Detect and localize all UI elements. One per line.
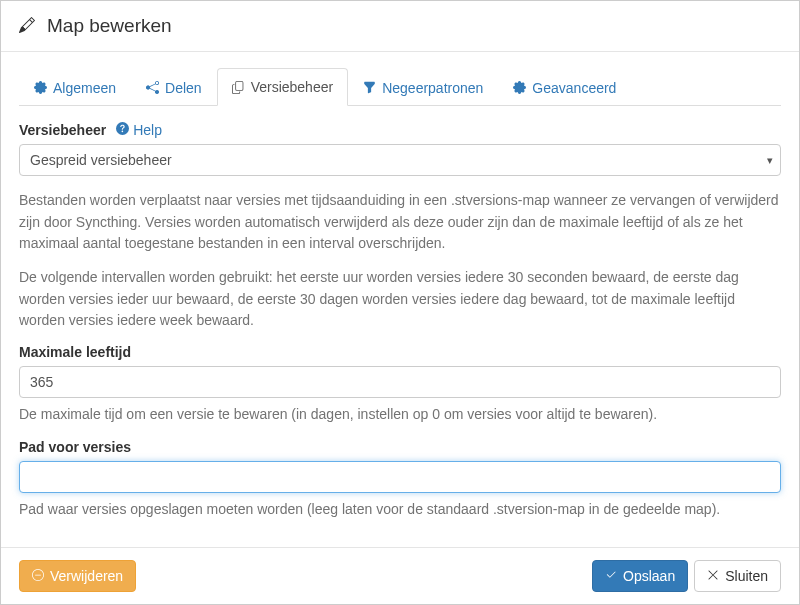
close-button[interactable]: Sluiten bbox=[694, 560, 781, 592]
tab-versioning[interactable]: Versiebeheer bbox=[217, 68, 349, 106]
help-label: Help bbox=[133, 122, 162, 138]
cogs-icon bbox=[513, 81, 526, 94]
share-icon bbox=[146, 81, 159, 94]
tab-label: Delen bbox=[165, 80, 202, 96]
tab-label: Geavanceerd bbox=[532, 80, 616, 96]
modal-header: Map bewerken bbox=[1, 1, 799, 52]
versioning-label: Versiebeheer bbox=[19, 122, 106, 138]
versioning-description-2: De volgende intervallen worden gebruikt:… bbox=[19, 267, 781, 332]
max-age-help: De maximale tijd om een versie te beware… bbox=[19, 404, 781, 425]
tab-general[interactable]: Algemeen bbox=[19, 68, 131, 106]
tab-advanced[interactable]: Geavanceerd bbox=[498, 68, 631, 106]
versions-path-label: Pad voor versies bbox=[19, 439, 781, 455]
tab-ignore[interactable]: Negeerpatronen bbox=[348, 68, 498, 106]
close-icon bbox=[707, 568, 719, 584]
button-label: Verwijderen bbox=[50, 568, 123, 584]
max-age-input[interactable] bbox=[19, 366, 781, 398]
versioning-description-1: Bestanden worden verplaatst naar versies… bbox=[19, 190, 781, 255]
modal-title: Map bewerken bbox=[47, 15, 172, 37]
copy-icon bbox=[232, 81, 245, 94]
versions-path-input[interactable] bbox=[19, 461, 781, 493]
modal-footer: Verwijderen Opslaan Sluiten bbox=[1, 547, 799, 604]
delete-button[interactable]: Verwijderen bbox=[19, 560, 136, 592]
filter-icon bbox=[363, 81, 376, 94]
minus-circle-icon bbox=[32, 568, 44, 584]
button-label: Opslaan bbox=[623, 568, 675, 584]
tab-label: Algemeen bbox=[53, 80, 116, 96]
save-button[interactable]: Opslaan bbox=[592, 560, 688, 592]
button-label: Sluiten bbox=[725, 568, 768, 584]
versions-path-help: Pad waar versies opgeslagen moeten worde… bbox=[19, 499, 781, 520]
tab-sharing[interactable]: Delen bbox=[131, 68, 217, 106]
tabs: Algemeen Delen Versiebeheer Negeerpatron… bbox=[19, 68, 781, 106]
tab-label: Negeerpatronen bbox=[382, 80, 483, 96]
tab-label: Versiebeheer bbox=[251, 79, 334, 95]
pencil-icon bbox=[19, 17, 35, 36]
gear-icon bbox=[34, 81, 47, 94]
check-icon bbox=[605, 568, 617, 584]
versioning-select[interactable]: Gespreid versiebeheer bbox=[19, 144, 781, 176]
edit-folder-modal: Map bewerken Algemeen Delen Versiebeheer bbox=[0, 0, 800, 605]
max-age-label: Maximale leeftijd bbox=[19, 344, 781, 360]
modal-body: Algemeen Delen Versiebeheer Negeerpatron… bbox=[1, 52, 799, 547]
help-icon bbox=[116, 122, 129, 138]
help-link[interactable]: Help bbox=[116, 122, 162, 138]
